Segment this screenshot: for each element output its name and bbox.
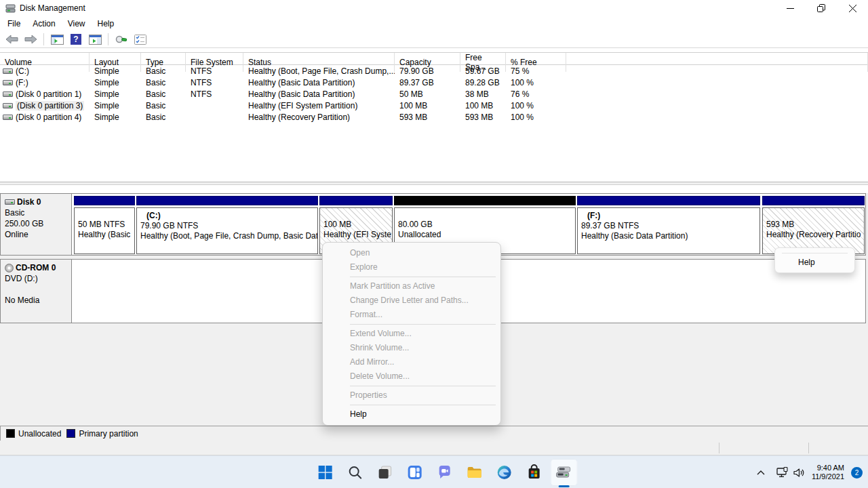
screen: Disk Management File Action View Help ? … — [0, 0, 868, 488]
menu-item-help[interactable]: Help — [323, 407, 500, 422]
menu-bar: File Action View Help — [0, 16, 868, 31]
menu-item-change-drive-letter[interactable]: Change Drive Letter and Paths... — [323, 293, 500, 308]
start-icon[interactable] — [312, 459, 339, 486]
help-icon[interactable]: ? — [68, 33, 83, 46]
cdrom-status: No Media — [5, 296, 71, 305]
volume-icon — [3, 115, 13, 120]
search-icon[interactable] — [342, 459, 369, 486]
partition-color-bar — [394, 196, 576, 205]
menu-file[interactable]: File — [1, 18, 26, 30]
disk-icon — [5, 199, 15, 205]
title-bar: Disk Management — [0, 0, 868, 16]
cdrom-label[interactable]: CD-ROM 0 DVD (D:) No Media — [1, 260, 72, 323]
legend-primary-partition: Primary partition — [66, 429, 138, 439]
disk0-type: Basic — [5, 208, 71, 218]
file-explorer-icon[interactable] — [461, 459, 488, 486]
tray-date: 11/9/2021 — [812, 472, 844, 481]
table-row[interactable]: (C:) Simple Basic NTFS Healthy (Boot, Pa… — [0, 65, 868, 77]
menu-item-add-mirror[interactable]: Add Mirror... — [323, 355, 500, 369]
menu-separator — [350, 324, 496, 325]
menu-separator — [350, 386, 496, 386]
volume-speaker-icon — [793, 468, 805, 478]
menu-item-explore[interactable]: Explore — [323, 260, 500, 274]
context-menu: Open Explore Mark Partition as Active Ch… — [322, 242, 501, 426]
menu-separator — [350, 277, 496, 277]
popup-item-help[interactable]: Help — [775, 253, 854, 272]
menu-help[interactable]: Help — [92, 18, 121, 30]
store-icon[interactable] — [521, 459, 548, 486]
disk-management-app-icon — [5, 4, 16, 13]
status-bar — [0, 441, 868, 455]
task-view-icon[interactable] — [372, 459, 399, 486]
edge-icon[interactable] — [491, 459, 518, 486]
toolbar-separator — [43, 33, 44, 45]
partition-color-bar — [74, 196, 135, 205]
legend-unallocated: Unallocated — [6, 429, 61, 439]
partition-recovery[interactable]: 593 MB Healthy (Recovery Partitio — [762, 194, 865, 255]
menu-item-delete-volume[interactable]: Delete Volume... — [323, 369, 500, 384]
table-row[interactable]: (F:) Simple Basic NTFS Healthy (Basic Da… — [0, 77, 868, 88]
volume-list: (C:) Simple Basic NTFS Healthy (Boot, Pa… — [0, 65, 868, 123]
menu-item-format[interactable]: Format... — [323, 308, 500, 322]
disk-management-icon[interactable] — [551, 459, 578, 486]
toolbar: ? — [0, 31, 868, 48]
menu-item-extend-volume[interactable]: Extend Volume... — [323, 327, 500, 341]
restore-button[interactable] — [806, 0, 837, 16]
menu-item-shrink-volume[interactable]: Shrink Volume... — [323, 341, 500, 355]
unallocated-swatch — [6, 429, 15, 438]
volume-icon — [3, 68, 13, 74]
toolbar-separator — [108, 33, 108, 45]
action-pane-icon[interactable] — [87, 33, 102, 46]
tray-chevron-up-icon[interactable] — [752, 464, 770, 481]
cdrom-icon — [5, 264, 14, 272]
table-row[interactable]: (Disk 0 partition 1) Simple Basic NTFS H… — [0, 88, 868, 100]
properties-list-icon[interactable] — [133, 33, 148, 46]
disk0-label[interactable]: Disk 0 Basic 250.00 GB Online — [1, 194, 72, 255]
cdrom-drive: DVD (D:) — [5, 274, 71, 283]
widgets-icon[interactable] — [401, 459, 429, 486]
volume-icon — [3, 103, 13, 108]
menu-action[interactable]: Action — [26, 18, 61, 30]
up-level-icon[interactable] — [114, 33, 129, 46]
partition-color-bar — [319, 196, 393, 205]
volume-icon — [3, 80, 13, 85]
taskbar: 9:40 AM 11/9/2021 2 — [0, 455, 868, 488]
primary-partition-swatch — [66, 429, 75, 438]
disk0-status: Online — [5, 230, 71, 239]
table-row[interactable]: (Disk 0 partition 4) Simple Basic Health… — [0, 111, 868, 123]
volume-icon — [3, 92, 13, 97]
tray-clock[interactable]: 9:40 AM 11/9/2021 — [812, 464, 844, 481]
window-title: Disk Management — [20, 3, 85, 13]
menu-view[interactable]: View — [62, 18, 92, 30]
back-icon[interactable] — [4, 33, 19, 46]
menu-item-mark-partition-active[interactable]: Mark Partition as Active — [323, 279, 500, 293]
partition-color-bar — [762, 196, 865, 205]
partition-c[interactable]: (C:) 79.90 GB NTFS Healthy (Boot, Page F… — [136, 194, 318, 255]
chat-icon[interactable] — [431, 459, 458, 486]
tray-network-volume-group[interactable] — [776, 467, 805, 478]
network-icon — [776, 467, 789, 478]
table-row-selected[interactable]: (Disk 0 partition 3) Simple Basic Health… — [0, 100, 868, 111]
minimize-button[interactable] — [774, 0, 806, 16]
volume-list-header: Volume Layout Type File System Status Ca… — [0, 52, 868, 65]
forward-icon[interactable] — [23, 33, 38, 46]
menu-separator — [350, 405, 496, 405]
notification-badge[interactable]: 2 — [851, 467, 863, 479]
menu-item-open[interactable]: Open — [323, 246, 500, 260]
partition-f[interactable]: (F:) 89.37 GB NTFS Healthy (Basic Data P… — [577, 194, 760, 255]
help-popup: Help — [774, 247, 855, 273]
menu-item-properties[interactable]: Properties — [323, 388, 500, 403]
legend-bar: Unallocated Primary partition — [0, 426, 868, 441]
console-tree-icon[interactable] — [50, 33, 64, 46]
close-button[interactable] — [837, 0, 868, 16]
disk0-capacity: 250.00 GB — [5, 219, 71, 228]
partition-50mb[interactable]: 50 MB NTFS Healthy (Basic — [74, 194, 135, 255]
tray-time: 9:40 AM — [812, 464, 844, 472]
partition-color-bar — [136, 196, 318, 205]
partition-color-bar — [577, 196, 760, 205]
